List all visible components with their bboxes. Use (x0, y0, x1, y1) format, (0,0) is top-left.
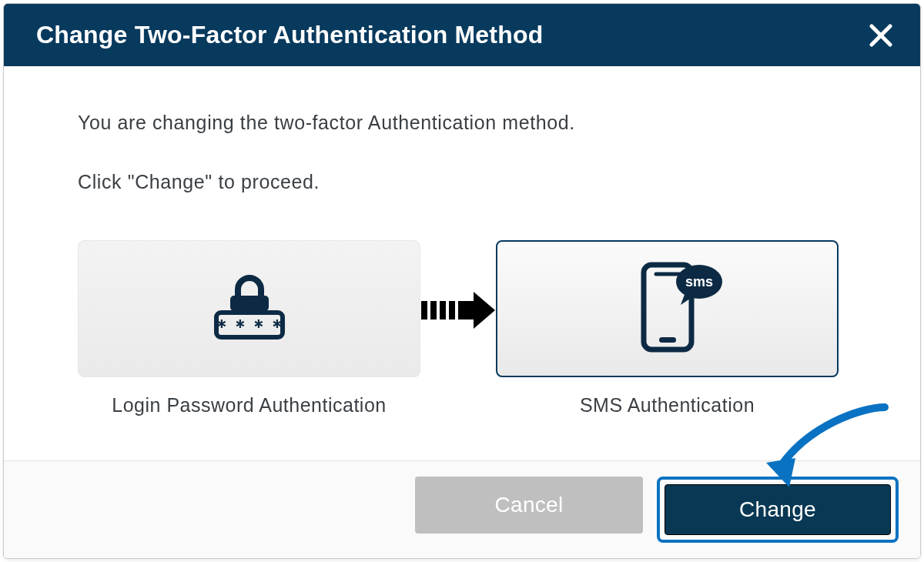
svg-rect-5 (421, 301, 427, 319)
close-icon[interactable] (869, 24, 892, 47)
lock-password-icon: ＊＊＊＊ (207, 265, 292, 353)
method-current-card: ＊＊＊＊ (78, 240, 420, 377)
svg-text:＊＊＊＊: ＊＊＊＊ (213, 316, 286, 336)
method-current-label: Login Password Authentication (112, 394, 386, 416)
change-button-highlight: Change (657, 477, 899, 543)
svg-rect-7 (440, 301, 446, 319)
arrow-right-icon (421, 290, 495, 333)
method-new-label: SMS Authentication (580, 394, 755, 416)
transition-arrow (420, 290, 496, 333)
svg-marker-10 (474, 292, 495, 329)
svg-rect-13 (659, 337, 676, 343)
sms-badge-text: sms (685, 274, 712, 289)
modal-body: You are changing the two-factor Authenti… (4, 66, 920, 460)
cancel-button[interactable]: Cancel (415, 477, 643, 534)
svg-rect-9 (458, 301, 474, 319)
change-button[interactable]: Change (665, 484, 891, 535)
svg-rect-6 (430, 301, 437, 319)
method-new: sms SMS Authentication (496, 240, 839, 416)
svg-rect-2 (230, 296, 269, 311)
svg-rect-8 (449, 301, 455, 319)
body-text-2: Click "Change" to proceed. (78, 169, 846, 196)
change-2fa-modal: Change Two-Factor Authentication Method … (3, 3, 921, 559)
method-new-card: sms (496, 240, 839, 377)
method-row: ＊＊＊＊ Login Password Authentication (78, 240, 846, 416)
modal-footer: Cancel Change (4, 460, 920, 558)
modal-header: Change Two-Factor Authentication Method (4, 4, 920, 66)
method-current: ＊＊＊＊ Login Password Authentication (78, 240, 420, 416)
sms-phone-icon: sms (610, 257, 725, 360)
body-text-1: You are changing the two-factor Authenti… (78, 109, 846, 136)
modal-title: Change Two-Factor Authentication Method (36, 21, 543, 49)
